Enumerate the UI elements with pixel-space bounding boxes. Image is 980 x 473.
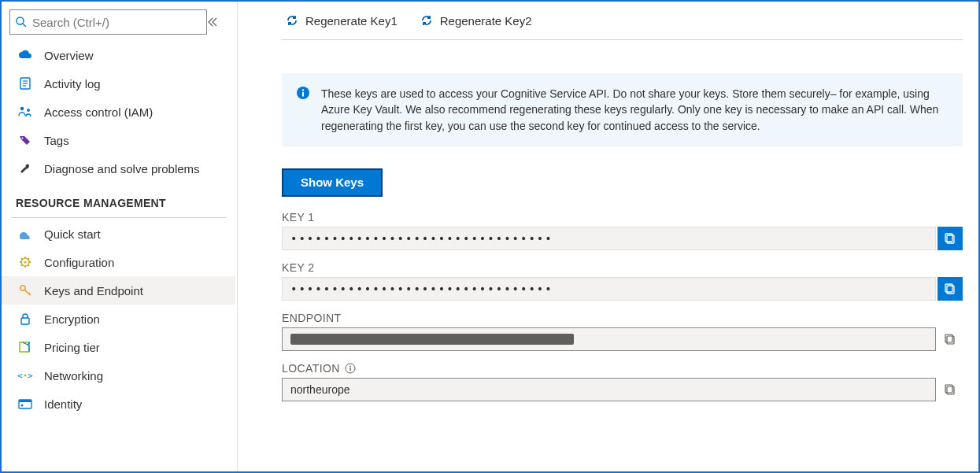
- endpoint-label: ENDPOINT: [282, 312, 963, 324]
- sidebar-item-overview[interactable]: Overview: [2, 41, 235, 69]
- svg-point-7: [27, 109, 30, 112]
- sidebar-item-activity-log[interactable]: Activity log: [2, 69, 235, 98]
- copy-key1-button[interactable]: [937, 227, 963, 250]
- info-banner: These keys are used to access your Cogni…: [282, 73, 963, 146]
- info-icon: [296, 86, 312, 102]
- sidebar: Overview Activity log Access control (IA…: [2, 2, 238, 471]
- svg-point-19: [21, 405, 24, 407]
- key1-row: ••••••••••••••••••••••••••••••••: [282, 227, 963, 250]
- sidebar-item-encryption[interactable]: Encryption: [2, 305, 235, 333]
- sidebar-item-networking[interactable]: <> Networking: [2, 361, 235, 390]
- sidebar-item-label: Diagnose and solve problems: [44, 162, 200, 176]
- wrench-icon: [17, 161, 33, 176]
- sidebar-item-label: Access control (IAM): [44, 105, 153, 119]
- sidebar-item-keys-and-endpoint[interactable]: Keys and Endpoint: [2, 276, 235, 305]
- quickstart-icon: [17, 226, 33, 242]
- topbar: Regenerate Key1 Regenerate Key2: [238, 2, 963, 39]
- svg-point-0: [17, 17, 24, 24]
- svg-point-8: [22, 138, 24, 139]
- section-header-resource-management: RESOURCE MANAGEMENT: [2, 183, 235, 214]
- svg-point-6: [20, 107, 24, 111]
- search-icon: [15, 16, 28, 28]
- copy-icon: [944, 333, 956, 346]
- refresh-icon: [420, 13, 434, 28]
- search-input[interactable]: [28, 16, 202, 29]
- location-label-text: LOCATION: [282, 362, 340, 375]
- svg-rect-22: [302, 92, 304, 97]
- regenerate-key2-button[interactable]: Regenerate Key2: [420, 13, 532, 28]
- pricing-tier-icon: [17, 339, 33, 355]
- svg-text:<: <: [17, 371, 23, 381]
- svg-point-30: [349, 365, 351, 367]
- collapse-sidebar-button[interactable]: [207, 17, 231, 28]
- activity-log-icon: [17, 76, 33, 91]
- sidebar-item-label: Networking: [44, 369, 103, 382]
- copy-icon: [944, 283, 956, 295]
- key1-label: KEY 1: [282, 211, 963, 224]
- svg-text:>: >: [28, 371, 33, 381]
- endpoint-row: [282, 327, 963, 351]
- sidebar-item-access-control[interactable]: Access control (IAM): [2, 98, 235, 126]
- info-hint-icon[interactable]: [345, 363, 356, 374]
- show-keys-button[interactable]: Show Keys: [282, 168, 383, 197]
- content: These keys are used to access your Cogni…: [238, 40, 963, 412]
- endpoint-redacted: [290, 334, 574, 345]
- sidebar-item-label: Tags: [44, 134, 69, 147]
- sidebar-item-label: Activity log: [44, 77, 101, 91]
- copy-icon: [944, 232, 956, 245]
- key2-label: KEY 2: [282, 261, 963, 274]
- searchbox[interactable]: [9, 9, 207, 35]
- location-label: LOCATION: [282, 362, 963, 375]
- svg-point-21: [302, 89, 304, 91]
- topbar-btn-label: Regenerate Key2: [440, 14, 532, 28]
- key1-value[interactable]: ••••••••••••••••••••••••••••••••: [282, 227, 936, 250]
- sidebar-item-label: Pricing tier: [44, 341, 100, 354]
- sidebar-item-tags[interactable]: Tags: [2, 126, 235, 154]
- location-row: northeurope: [282, 378, 963, 401]
- access-control-icon: [17, 104, 33, 120]
- sidebar-scroll[interactable]: Overview Activity log Access control (IA…: [2, 41, 237, 471]
- svg-rect-18: [19, 400, 31, 402]
- svg-rect-31: [349, 368, 350, 371]
- key2-value[interactable]: ••••••••••••••••••••••••••••••••: [282, 277, 936, 301]
- sidebar-item-label: Configuration: [44, 256, 114, 269]
- configuration-icon: [17, 254, 33, 270]
- svg-line-1: [23, 24, 26, 27]
- networking-icon: <>: [17, 368, 33, 383]
- info-text: These keys are used to access your Cogni…: [321, 86, 949, 134]
- sidebar-item-quick-start[interactable]: Quick start: [2, 220, 235, 248]
- location-value[interactable]: northeurope: [282, 378, 936, 401]
- sidebar-item-configuration[interactable]: Configuration: [2, 248, 235, 276]
- sidebar-item-pricing-tier[interactable]: Pricing tier: [2, 333, 235, 361]
- svg-rect-13: [20, 342, 29, 352]
- sidebar-item-label: Keys and Endpoint: [44, 284, 143, 297]
- sidebar-item-identity[interactable]: Identity: [2, 390, 235, 418]
- sidebar-item-label: Encryption: [44, 312, 100, 326]
- sidebar-item-label: Overview: [44, 49, 94, 62]
- topbar-btn-label: Regenerate Key1: [305, 14, 398, 28]
- main: Regenerate Key1 Regenerate Key2 These ke…: [238, 2, 978, 471]
- identity-icon: [17, 396, 33, 412]
- key-icon: [17, 283, 33, 298]
- sidebar-item-label: Quick start: [44, 227, 101, 241]
- copy-location-button[interactable]: [937, 378, 963, 401]
- sidebar-item-label: Identity: [44, 397, 82, 411]
- section-divider: [11, 217, 226, 218]
- copy-key2-button[interactable]: [937, 277, 963, 301]
- copy-icon: [944, 383, 956, 396]
- svg-rect-12: [21, 318, 29, 324]
- refresh-icon: [285, 13, 299, 28]
- search-row: [2, 6, 237, 41]
- copy-endpoint-button[interactable]: [937, 327, 963, 351]
- svg-point-10: [24, 261, 26, 263]
- sidebar-item-diagnose[interactable]: Diagnose and solve problems: [2, 154, 235, 183]
- svg-point-15: [24, 375, 27, 377]
- tag-icon: [17, 132, 33, 148]
- key2-row: ••••••••••••••••••••••••••••••••: [282, 277, 963, 301]
- lock-icon: [17, 311, 33, 327]
- regenerate-key1-button[interactable]: Regenerate Key1: [285, 13, 398, 28]
- endpoint-value[interactable]: [282, 327, 936, 351]
- cloud-icon: [17, 47, 33, 63]
